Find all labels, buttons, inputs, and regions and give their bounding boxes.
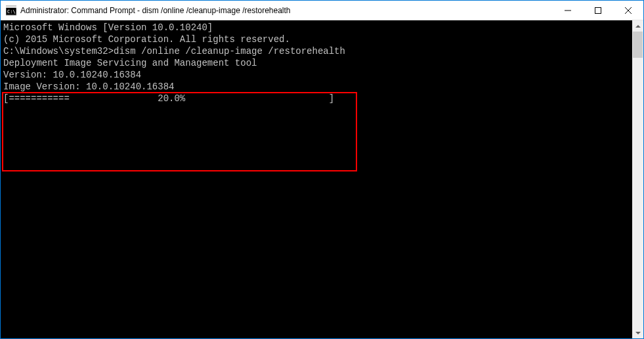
close-button[interactable] bbox=[613, 1, 643, 20]
command-prompt-window: C:\ Administrator: Command Prompt - dism… bbox=[0, 0, 644, 339]
command-text: dism /online /cleanup-image /restoreheal… bbox=[114, 46, 345, 56]
terminal-content[interactable]: Microsoft Windows [Version 10.0.10240](c… bbox=[1, 20, 632, 338]
scroll-down-button[interactable] bbox=[632, 327, 643, 338]
scroll-up-button[interactable] bbox=[632, 20, 643, 32]
svg-rect-4 bbox=[595, 7, 601, 13]
minimize-button[interactable] bbox=[553, 1, 583, 20]
cmd-icon: C:\ bbox=[6, 5, 16, 16]
dism-header-line: Deployment Image Servicing and Managemen… bbox=[3, 57, 630, 69]
titlebar[interactable]: C:\ Administrator: Command Prompt - dism… bbox=[1, 1, 643, 20]
svg-text:C:\: C:\ bbox=[7, 9, 16, 14]
svg-rect-1 bbox=[6, 6, 16, 8]
svg-marker-7 bbox=[635, 25, 641, 28]
terminal-area: Microsoft Windows [Version 10.0.10240](c… bbox=[1, 20, 643, 338]
copyright-line: (c) 2015 Microsoft Corporation. All righ… bbox=[3, 34, 630, 45]
window-controls bbox=[553, 1, 643, 20]
maximize-button[interactable] bbox=[583, 1, 613, 20]
prompt-text: C:\Windows\system32> bbox=[3, 46, 114, 56]
scroll-thumb[interactable] bbox=[633, 32, 643, 58]
progress-line: [=========== 20.0% ] bbox=[3, 93, 630, 104]
os-version-line: Microsoft Windows [Version 10.0.10240] bbox=[3, 22, 630, 34]
prompt-line: C:\Windows\system32>dism /online /cleanu… bbox=[3, 45, 630, 57]
image-version-line: Image Version: 10.0.10240.16384 bbox=[3, 81, 630, 93]
svg-marker-8 bbox=[635, 332, 641, 334]
vertical-scrollbar[interactable] bbox=[632, 20, 643, 338]
window-title: Administrator: Command Prompt - dism /on… bbox=[20, 6, 553, 15]
dism-version-line: Version: 10.0.10240.16384 bbox=[3, 69, 630, 81]
